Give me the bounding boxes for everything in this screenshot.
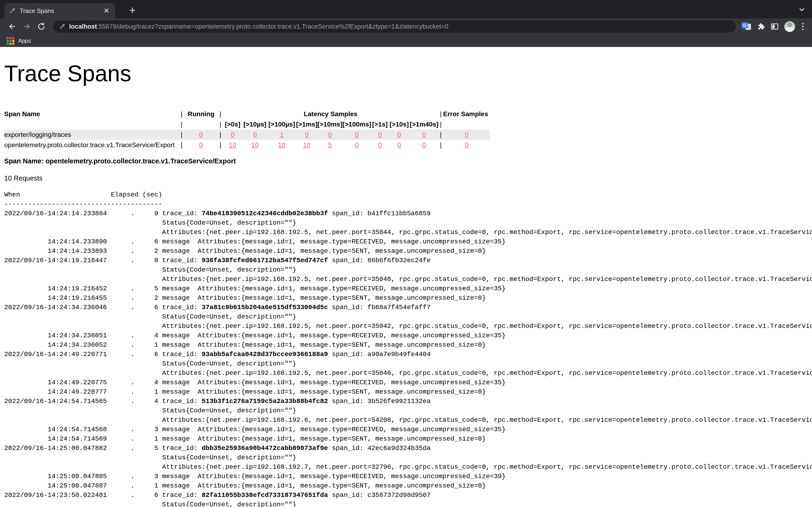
span-start-line: 2022/09/16-14:24:14.233884 . 9 trace_id:… xyxy=(4,209,812,218)
tab-strip: Trace Spans ✕ + xyxy=(0,0,812,18)
span-attributes-line: Attributes:{net.peer.ip=192.168.192.7, n… xyxy=(4,462,812,472)
column-separator: | xyxy=(179,140,184,150)
error-count-link[interactable]: 0 xyxy=(465,141,468,149)
span-start-line: 2022/09/16-14:24:54.714565 . 4 trace_id:… xyxy=(4,397,812,406)
latency-bucket-header: [>10ms] xyxy=(317,119,343,129)
latency-count-link[interactable]: 0 xyxy=(397,141,401,149)
latency-bucket-header: [>1ms] xyxy=(296,119,317,129)
span-name-cell: exporter/logging/traces xyxy=(4,129,179,140)
latency-count-link[interactable]: 0 xyxy=(328,131,332,138)
span-start-line: 2022/09/16-14:24:19.216447 . 8 trace_id:… xyxy=(4,256,812,265)
selected-span-name: Span Name: opentelemetry.proto.collector… xyxy=(4,157,812,165)
latency-count-link[interactable]: 10 xyxy=(229,141,236,149)
url-bar[interactable]: localhost:55679/debug/tracez?zspanname=o… xyxy=(53,20,736,33)
col-header-running: Running xyxy=(184,109,218,119)
col-header-latency-samples: Latency Samples xyxy=(223,109,439,119)
summary-row: opentelemetry.proto.collector.trace.v1.T… xyxy=(4,140,490,150)
latency-count-cell: 0 xyxy=(343,140,371,150)
requests-count: 10 Requests xyxy=(4,174,812,182)
span-event-line: 14:24:19.216455 . 2 message Attributes:{… xyxy=(4,293,812,303)
column-separator: | xyxy=(218,140,223,150)
url-path: :55679/debug/tracez?zspanname=openteleme… xyxy=(97,23,449,30)
browser-menu-icon[interactable] xyxy=(801,22,805,31)
extensions-puzzle-icon[interactable] xyxy=(757,22,765,31)
close-tab-icon[interactable]: ✕ xyxy=(102,7,111,15)
running-count-link[interactable]: 0 xyxy=(199,131,203,138)
span-status-line: Status{Code=Unset, description=""} xyxy=(4,359,812,369)
span-status-line: Status{Code=Unset, description=""} xyxy=(4,406,812,415)
col-header-span-name: Span Name xyxy=(4,109,179,119)
latency-count-cell: 10 xyxy=(296,140,317,150)
latency-count-link[interactable]: 0 xyxy=(422,141,426,149)
latency-count-cell: 0 xyxy=(317,129,343,140)
latency-count-cell: 0 xyxy=(389,140,410,150)
log-column-headers: When Elapsed (sec) xyxy=(4,190,812,200)
running-count-link[interactable]: 0 xyxy=(199,141,203,149)
error-count-link[interactable]: 0 xyxy=(465,131,468,138)
latency-bucket-header: [>0s] xyxy=(223,119,243,129)
forward-icon[interactable] xyxy=(21,20,33,33)
bookmarks-bar: Apps xyxy=(0,35,812,47)
latency-count-cell: 0 xyxy=(296,129,317,140)
side-panel-icon[interactable] xyxy=(771,23,778,30)
url-text: localhost:55679/debug/tracez?zspanname=o… xyxy=(69,23,448,30)
log-lines: When Elapsed (sec)----------------------… xyxy=(4,190,812,507)
latency-count-link[interactable]: 0 xyxy=(355,141,359,149)
latency-count-link[interactable]: 0 xyxy=(305,131,309,138)
span-event-line: 14:24:34.236051 . 4 message Attributes:{… xyxy=(4,331,812,340)
page-title: Trace Spans xyxy=(4,61,812,87)
latency-bucket-header: [>1s] xyxy=(371,119,389,129)
latency-count-link[interactable]: 0 xyxy=(422,131,426,138)
span-start-line: 2022/09/16-14:24:34.236046 . 6 trace_id:… xyxy=(4,303,812,312)
running-count-cell: 0 xyxy=(184,129,218,140)
running-count-cell: 0 xyxy=(184,140,218,150)
opentelemetry-site-icon xyxy=(59,23,66,30)
error-count-cell: 0 xyxy=(443,140,490,150)
latency-count-cell: 0 xyxy=(243,129,267,140)
latency-count-link[interactable]: 10 xyxy=(303,141,310,149)
bookmark-apps[interactable]: Apps xyxy=(7,37,31,45)
column-separator: | xyxy=(218,119,223,129)
latency-count-link[interactable]: 10 xyxy=(251,141,258,149)
apps-label: Apps xyxy=(18,38,31,44)
span-event-line: 14:24:54.714568 . 3 message Attributes:{… xyxy=(4,425,812,434)
back-icon[interactable] xyxy=(6,20,18,33)
profile-avatar[interactable] xyxy=(784,21,795,32)
browser-toolbar: localhost:55679/debug/tracez?zspanname=o… xyxy=(0,18,812,35)
apps-grid-icon xyxy=(7,37,14,45)
span-name-cell: opentelemetry.proto.collector.trace.v1.T… xyxy=(4,140,179,150)
latency-count-link[interactable]: 5 xyxy=(328,141,332,149)
column-separator: | xyxy=(218,109,223,119)
span-start-line: 2022/09/16-14:23:50.022481 . 6 trace_id:… xyxy=(4,491,812,500)
new-tab-button[interactable]: + xyxy=(127,3,138,17)
chevron-down-icon[interactable] xyxy=(798,6,806,14)
reload-icon[interactable] xyxy=(35,20,47,33)
latency-bucket-header: [>100µs] xyxy=(267,119,296,129)
summary-row: exporter/logging/traces|0|001000000|0 xyxy=(4,129,490,140)
latency-count-link[interactable]: 0 xyxy=(378,131,382,138)
latency-count-link[interactable]: 0 xyxy=(355,131,359,138)
latency-count-link[interactable]: 0 xyxy=(397,131,401,138)
column-separator: | xyxy=(439,140,443,150)
latency-count-link[interactable]: 0 xyxy=(231,131,235,138)
summary-header-row: Span Name | Running | Latency Samples | … xyxy=(4,109,490,119)
column-separator: | xyxy=(439,119,443,129)
latency-count-link[interactable]: 0 xyxy=(378,141,382,149)
browser-tab[interactable]: Trace Spans ✕ xyxy=(4,3,115,18)
toolbar-right-icons: 文 G xyxy=(742,21,806,32)
column-separator: | xyxy=(439,109,443,119)
latency-bucket-header: [>10s] xyxy=(389,119,410,129)
translate-icon[interactable]: 文 G xyxy=(742,22,751,31)
latency-count-link[interactable]: 10 xyxy=(278,141,285,149)
latency-count-cell: 0 xyxy=(343,129,371,140)
latency-count-link[interactable]: 0 xyxy=(253,131,257,138)
tab-title: Trace Spans xyxy=(20,7,98,14)
span-status-line: Status{Code=Unset, description=""} xyxy=(4,312,812,322)
latency-count-cell: 10 xyxy=(243,140,267,150)
latency-bucket-header: [>1m40s] xyxy=(410,119,439,129)
latency-count-cell: 0 xyxy=(410,129,439,140)
span-attributes-line: Attributes:{net.peer.ip=192.168.192.5, n… xyxy=(4,369,812,378)
url-host: localhost xyxy=(69,23,97,30)
span-attributes-line: Attributes:{net.peer.ip=192.168.192.5, n… xyxy=(4,322,812,331)
latency-count-link[interactable]: 1 xyxy=(280,131,284,138)
